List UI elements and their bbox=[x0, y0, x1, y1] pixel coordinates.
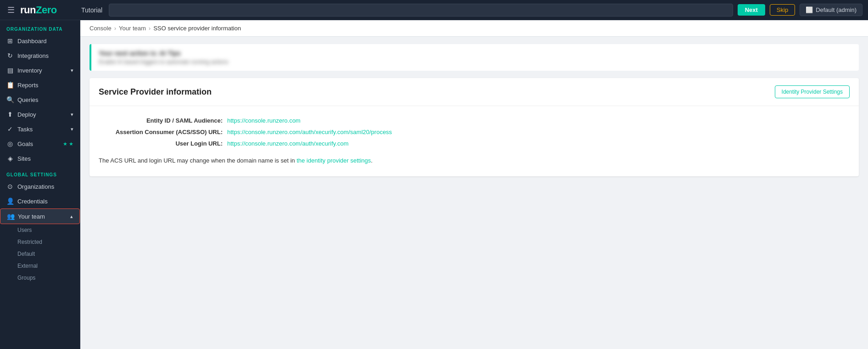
next-button[interactable]: Next bbox=[738, 4, 765, 16]
deploy-icon: ⬆ bbox=[6, 111, 14, 118]
service-provider-card: Service Provider information Identity Pr… bbox=[90, 78, 859, 176]
integrations-icon: ↻ bbox=[6, 52, 14, 59]
sidebar-sub-item-external[interactable]: External bbox=[0, 260, 80, 272]
sidebar-item-tasks[interactable]: ✓ Tasks ▾ bbox=[0, 122, 80, 136]
sidebar-sub-item-default[interactable]: Default bbox=[0, 248, 80, 260]
account-icon: ⬜ bbox=[806, 6, 813, 13]
tutorial-hint-title: Your next action is: AI Tips bbox=[99, 50, 851, 57]
sidebar-item-deploy[interactable]: ⬆ Deploy ▾ bbox=[0, 107, 80, 122]
sidebar-item-label: Goals bbox=[17, 141, 33, 147]
breadcrumb-current: SSO service provider information bbox=[153, 25, 241, 32]
breadcrumb: Console › Your team › SSO service provid… bbox=[80, 20, 868, 37]
sidebar-item-sites[interactable]: ◈ Sites bbox=[0, 151, 80, 166]
sidebar-item-label: Tasks bbox=[17, 126, 33, 133]
reports-icon: 📋 bbox=[6, 81, 14, 89]
tasks-icon: ✓ bbox=[6, 125, 14, 133]
acs-note-prefix: The ACS URL and login URL may change whe… bbox=[99, 157, 297, 164]
sidebar-item-label: Reports bbox=[17, 82, 39, 89]
entity-id-link[interactable]: https://console.runzero.com bbox=[227, 117, 301, 124]
credentials-icon: 👤 bbox=[6, 197, 14, 205]
entity-id-label: Entity ID / SAML Audience: bbox=[99, 117, 227, 124]
sidebar-item-label: Dashboard bbox=[17, 38, 47, 45]
login-url-link[interactable]: https://console.runzero.com/auth/xecurif… bbox=[227, 140, 348, 147]
chevron-down-icon: ▾ bbox=[71, 126, 73, 132]
sidebar-item-label: Queries bbox=[17, 96, 39, 103]
org-data-label: ORGANIZATION DATA bbox=[0, 20, 80, 34]
info-table: Entity ID / SAML Audience: https://conso… bbox=[99, 117, 850, 147]
sidebar-item-integrations[interactable]: ↻ Integrations bbox=[0, 48, 80, 63]
sites-icon: ◈ bbox=[6, 155, 14, 162]
acs-url-label: Assertion Consumer (ACS/SSO) URL: bbox=[99, 129, 227, 135]
card-header: Service Provider information Identity Pr… bbox=[90, 78, 859, 106]
sidebar-item-label: Deploy bbox=[17, 111, 36, 118]
breadcrumb-sep-1: › bbox=[114, 25, 116, 32]
organizations-icon: ⊙ bbox=[6, 183, 14, 190]
tutorial-label: Tutorial bbox=[81, 6, 102, 14]
sidebar-item-reports[interactable]: 📋 Reports bbox=[0, 78, 80, 92]
login-url-value: https://console.runzero.com/auth/xecurif… bbox=[227, 140, 348, 147]
tutorial-hint-desc: Enable AI based triggers to automate run… bbox=[99, 59, 851, 65]
sidebar-item-label: Integrations bbox=[17, 52, 49, 59]
breadcrumb-sep-2: › bbox=[149, 25, 151, 32]
info-row-login-url: User Login URL: https://console.runzero.… bbox=[99, 140, 850, 147]
queries-icon: 🔍 bbox=[6, 96, 14, 103]
login-url-label: User Login URL: bbox=[99, 140, 227, 147]
chevron-up-icon: ▴ bbox=[70, 214, 73, 220]
breadcrumb-console[interactable]: Console bbox=[90, 25, 112, 32]
logo: ☰ runZero bbox=[6, 3, 77, 17]
entity-id-value: https://console.runzero.com bbox=[227, 117, 301, 124]
info-row-acs-url: Assertion Consumer (ACS/SSO) URL: https:… bbox=[99, 129, 850, 135]
chevron-down-icon: ▾ bbox=[71, 68, 73, 73]
acs-note: The ACS URL and login URL may change whe… bbox=[99, 156, 850, 165]
tutorial-input[interactable] bbox=[109, 4, 733, 17]
sidebar-item-inventory[interactable]: ▤ Inventory ▾ bbox=[0, 63, 80, 78]
sidebar-sub-item-restricted[interactable]: Restricted bbox=[0, 236, 80, 248]
account-label: Default (admin) bbox=[816, 6, 857, 13]
info-row-entity-id: Entity ID / SAML Audience: https://conso… bbox=[99, 117, 850, 124]
topbar: ☰ runZero Tutorial Next Skip ⬜ Default (… bbox=[0, 0, 868, 20]
sidebar-item-goals[interactable]: ◎ Goals ★ ★ bbox=[0, 136, 80, 151]
breadcrumb-your-team[interactable]: Your team bbox=[119, 25, 146, 32]
identity-provider-settings-button[interactable]: Identity Provider Settings bbox=[775, 85, 850, 98]
sidebar-sub-item-groups[interactable]: Groups bbox=[0, 272, 80, 284]
dashboard-icon: ⊞ bbox=[6, 37, 14, 45]
sub-item-label: Users bbox=[17, 227, 32, 233]
identity-provider-settings-link[interactable]: the identity provider settings bbox=[297, 157, 371, 164]
hamburger-icon[interactable]: ☰ bbox=[6, 3, 17, 17]
sidebar-item-label: Credentials bbox=[17, 198, 48, 205]
account-button[interactable]: ⬜ Default (admin) bbox=[800, 4, 862, 16]
acs-note-suffix: . bbox=[371, 157, 373, 164]
sidebar-item-dashboard[interactable]: ⊞ Dashboard bbox=[0, 34, 80, 48]
sidebar-item-queries[interactable]: 🔍 Queries bbox=[0, 92, 80, 107]
card-body: Entity ID / SAML Audience: https://conso… bbox=[90, 106, 859, 176]
card-title: Service Provider information bbox=[99, 87, 212, 97]
acs-url-value: https://console.runzero.com/auth/xecurif… bbox=[227, 129, 392, 135]
tutorial-hint: Your next action is: AI Tips Enable AI b… bbox=[90, 44, 859, 71]
goals-icon: ◎ bbox=[6, 140, 14, 147]
sidebar-item-label: Inventory bbox=[17, 67, 42, 74]
sub-item-label: Default bbox=[17, 251, 35, 257]
chevron-down-icon: ▾ bbox=[71, 112, 73, 118]
sidebar-item-your-team[interactable]: 👥 Your team ▴ bbox=[0, 208, 80, 224]
sidebar-item-label: Your team bbox=[18, 213, 45, 220]
acs-url-link[interactable]: https://console.runzero.com/auth/xecurif… bbox=[227, 129, 392, 135]
logo-text: runZero bbox=[20, 4, 57, 16]
sub-item-label: External bbox=[17, 263, 38, 269]
main-content: Console › Your team › SSO service provid… bbox=[80, 20, 868, 349]
sidebar-item-label: Sites bbox=[17, 155, 31, 162]
sidebar-item-credentials[interactable]: 👤 Credentials bbox=[0, 194, 80, 208]
skip-button[interactable]: Skip bbox=[770, 4, 795, 16]
sidebar-sub-item-users[interactable]: Users bbox=[0, 224, 80, 236]
sidebar-item-organizations[interactable]: ⊙ Organizations bbox=[0, 179, 80, 194]
goals-stars: ★ ★ bbox=[63, 141, 73, 147]
sub-item-label: Restricted bbox=[17, 239, 42, 245]
global-settings-label: GLOBAL SETTINGS bbox=[0, 166, 80, 179]
sub-item-label: Groups bbox=[17, 275, 35, 281]
topbar-right: ⬜ Default (admin) bbox=[800, 4, 862, 16]
your-team-icon: 👥 bbox=[7, 213, 14, 220]
inventory-icon: ▤ bbox=[6, 67, 14, 74]
sidebar-item-label: Organizations bbox=[17, 183, 54, 190]
sidebar: ORGANIZATION DATA ⊞ Dashboard ↻ Integrat… bbox=[0, 20, 80, 349]
